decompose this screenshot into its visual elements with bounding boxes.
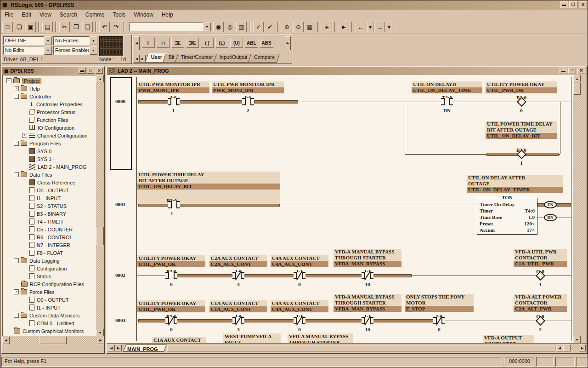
edits-combobox[interactable]: No Edits ▾ <box>3 46 52 55</box>
xio-instruction-icon[interactable]: ∃/E <box>186 38 199 48</box>
tree-item-cdm0-untitled[interactable]: CDM 0 - Untitled <box>3 319 96 327</box>
copy-button[interactable]: ❐ <box>71 22 81 32</box>
undo-button[interactable]: ↶ <box>99 22 110 32</box>
xic-contact-icon[interactable] <box>441 98 453 105</box>
xio-contact-icon[interactable] <box>362 317 373 324</box>
new-button[interactable]: □ <box>2 22 13 32</box>
forces-combobox[interactable]: No Forces ▾ <box>53 36 97 45</box>
tree-item-rcp-configuration-files[interactable]: RCP Configuration Files <box>3 280 96 288</box>
xio-contact-icon[interactable] <box>294 317 305 324</box>
rung-number[interactable]: 0000 <box>111 98 130 104</box>
scroll-right-button[interactable]: ▶ <box>579 345 586 351</box>
collapse-icon[interactable]: - <box>14 141 19 146</box>
nav-back-button[interactable]: ← <box>356 22 366 32</box>
tree-item-controller[interactable]: -Controller <box>3 92 96 100</box>
tree-item-project[interactable]: -Project <box>3 77 96 85</box>
menu-tools[interactable]: Tools <box>108 11 130 19</box>
tree-item-c5-counter[interactable]: C5 - COUNTER <box>3 225 96 233</box>
address-combobox-dropdown[interactable]: ▾ <box>203 23 211 31</box>
mode-value[interactable]: OFFLINE <box>3 36 44 45</box>
branch-instruction-icon[interactable]: ⊓ <box>157 38 170 48</box>
nav-back-dropdown[interactable]: ▾ <box>367 22 373 32</box>
palette-tab-timer-counter[interactable]: Timer/Counter <box>175 54 218 63</box>
menu-edit[interactable]: Edit <box>17 11 35 19</box>
scroll-down-button[interactable]: ▼ <box>96 329 104 336</box>
tree-item-i1-input[interactable]: I1 - INPUT <box>3 194 96 202</box>
collapse-icon[interactable]: - <box>14 172 19 177</box>
address-combobox[interactable]: ▾ <box>129 23 211 31</box>
xio-contact-icon[interactable] <box>433 317 445 324</box>
tree-item-function-files[interactable]: Function Files <box>3 116 96 124</box>
tree-item-f8-float[interactable]: F8 - FLOAT <box>3 249 96 257</box>
ladder-titlebar[interactable]: LAD 2 -- MAIN_PROG ▬ □ × <box>107 67 587 75</box>
tree-item-lad2-main-prog[interactable]: LAD 2 - MAIN_PROG <box>3 163 96 171</box>
ladder-minimize-button[interactable]: ▬ <box>560 68 567 74</box>
forces-value[interactable]: No Forces <box>53 36 90 45</box>
address-combobox-value[interactable] <box>129 23 203 31</box>
tree-item-custom-graphical-monitors[interactable]: Custom Graphical Monitors <box>3 327 96 335</box>
tree-item-configuration[interactable]: Configuration <box>3 264 96 272</box>
redo-button[interactable]: ↷ <box>111 22 121 32</box>
ton-timer-block[interactable]: TON Timer On Delay TimerT4:0 Time Base1.… <box>477 198 537 235</box>
tab-scroll-right-button[interactable]: ▶ <box>115 345 122 351</box>
menu-search[interactable]: Search <box>56 11 81 19</box>
tree-item-data-logging[interactable]: -Data Logging <box>3 257 96 264</box>
scroll-left-button[interactable]: ◀ <box>2 337 10 344</box>
expand-icon[interactable]: + <box>14 86 19 91</box>
menu-file[interactable]: File <box>0 11 17 19</box>
ote-coil-icon[interactable] <box>516 97 526 106</box>
scrollbar-box[interactable] <box>563 345 571 351</box>
find-next-button[interactable]: ◎ <box>225 22 235 32</box>
mode-dropdown[interactable]: ▾ <box>44 36 52 45</box>
xio-contact-icon[interactable] <box>165 317 177 324</box>
collapse-icon[interactable]: - <box>14 313 19 318</box>
xio-contact-icon[interactable] <box>232 272 244 279</box>
xic-contact-icon[interactable] <box>168 98 180 105</box>
rung-number[interactable]: 0003 <box>111 317 130 323</box>
tree-item-program-files[interactable]: -Program Files <box>3 139 96 147</box>
tree-item-processor-status[interactable]: Processor Status <box>3 108 96 116</box>
tree-item-o0-output[interactable]: O0 - OUTPUT <box>3 186 96 194</box>
abl-instruction-icon[interactable]: ABL <box>245 38 258 48</box>
run-button[interactable]: ▶ <box>339 22 349 32</box>
new-rung-button[interactable]: + <box>322 22 332 32</box>
menu-comms[interactable]: Comms <box>81 11 108 19</box>
forces-enabled-dropdown[interactable]: ▾ <box>90 46 97 55</box>
palette-scroll-right-button[interactable]: ▶ <box>285 36 291 50</box>
mode-combobox[interactable]: OFFLINE ▾ <box>3 36 52 45</box>
scroll-down-button[interactable]: ▼ <box>573 336 581 343</box>
tree-item-t4-timer[interactable]: T4 - TIMER <box>3 218 96 225</box>
xio-contact-icon[interactable] <box>362 272 373 279</box>
restore-button[interactable]: ❐ <box>569 1 577 8</box>
find-button[interactable]: ◉ <box>213 22 224 32</box>
tree-item-r6-control[interactable]: R6 - CONTROL <box>3 233 96 241</box>
rung-instruction-icon[interactable]: ⊣⊢ <box>142 38 155 48</box>
xic-instruction-icon[interactable]: ∃E <box>171 38 184 48</box>
expand-icon[interactable]: + <box>22 133 27 138</box>
paste-button[interactable]: ❑ <box>82 22 93 32</box>
tree-item-channel-configuration[interactable]: +Channel Configuration <box>3 132 96 139</box>
ote-coil-icon[interactable] <box>516 149 526 159</box>
ote-coil-icon[interactable] <box>535 316 545 325</box>
edits-value[interactable]: No Edits <box>3 46 44 55</box>
verify-project-button[interactable]: ✔ <box>265 22 275 32</box>
horizontal-scrollbar-track[interactable] <box>571 345 579 351</box>
tab-scroll-left-button[interactable]: ◀ <box>108 345 115 351</box>
palette-tabs-left-button[interactable]: ◀ <box>134 55 140 63</box>
nav-forward-button[interactable]: → <box>374 22 385 32</box>
ote-coil-icon[interactable] <box>535 270 545 280</box>
tab-main-prog[interactable]: MAIN_PROG <box>123 345 164 352</box>
xio-contact-icon[interactable] <box>232 317 244 324</box>
print-button[interactable]: ▤ <box>42 22 53 32</box>
ladder-close-button[interactable]: × <box>577 68 585 74</box>
rung-number[interactable]: 0002 <box>111 272 130 278</box>
nav-forward-dropdown[interactable]: ▾ <box>386 22 392 32</box>
xic-contact-icon[interactable] <box>242 98 254 105</box>
tree-item-data-files[interactable]: -Data Files <box>3 171 96 178</box>
horizontal-scrollbar-thumb[interactable] <box>167 345 555 351</box>
tree-vertical-scrollbar[interactable]: ▲ ▼ <box>96 75 104 336</box>
menu-help[interactable]: Help <box>158 11 177 19</box>
forces-dropdown[interactable]: ▾ <box>90 36 97 45</box>
tree-item-custom-data-monitors[interactable]: -Custom Data Monitors <box>3 311 96 319</box>
tree-item-n7-integer[interactable]: N7 - INTEGER <box>3 241 96 249</box>
